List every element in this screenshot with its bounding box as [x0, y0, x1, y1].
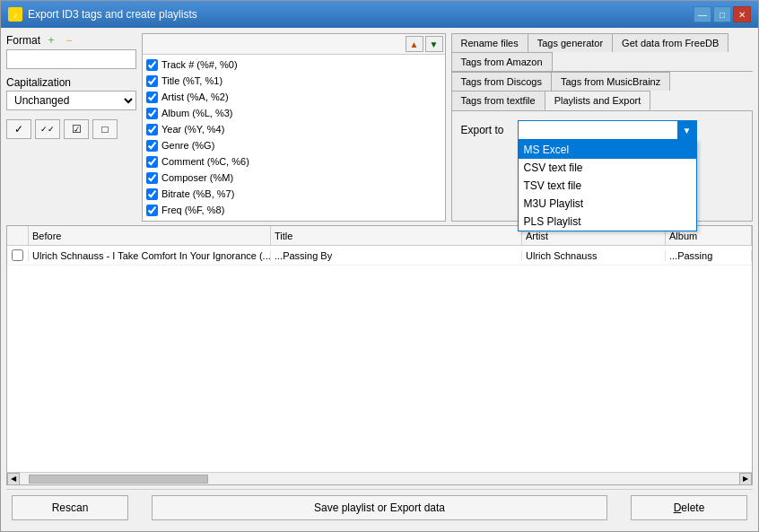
tabs-row-2: Tags from Discogs Tags from MusicBrainz …	[451, 72, 754, 111]
format-header: Format + −	[6, 33, 136, 48]
capitalization-section: Capitalization Unchanged All uppercase A…	[6, 76, 136, 110]
clear-button[interactable]: □	[92, 119, 118, 139]
scroll-track[interactable]	[20, 473, 739, 485]
maximize-button[interactable]: □	[713, 6, 731, 22]
field-checkbox-3[interactable]	[146, 108, 158, 119]
add-format-button[interactable]: +	[44, 33, 58, 48]
list-item: Year (%Y, %4)	[146, 121, 441, 137]
check-all-button[interactable]: ✓	[6, 119, 31, 139]
scroll-thumb[interactable]	[29, 475, 208, 484]
fields-panel: ▲ ▼ Track # (%#, %0) Title (%T, %1) Arti…	[142, 33, 446, 222]
tab-musicbrainz[interactable]: Tags from MusicBrainz	[551, 72, 670, 91]
save-export-button[interactable]: Save playlist or Export data	[152, 495, 607, 520]
dropdown-item-csv[interactable]: CSV text file	[519, 159, 696, 177]
window-title: Export ID3 tags and create playlists	[28, 8, 197, 21]
cell-artist-0: Ulrich Schnauss	[522, 250, 666, 261]
format-label: Format	[6, 34, 40, 47]
field-checkbox-10[interactable]	[146, 221, 158, 222]
rescan-button[interactable]: Rescan	[12, 495, 128, 520]
list-item: Comment (%C, %6)	[146, 153, 441, 170]
dropdown-item-tsv[interactable]: TSV text file	[519, 177, 696, 195]
list-item: Artist (%A, %2)	[146, 89, 441, 105]
list-item: Track # (%#, %0)	[146, 57, 441, 73]
field-checkbox-1[interactable]	[146, 75, 158, 87]
tabs-row-1: Rename files Tags generator Get data fro…	[451, 33, 754, 72]
list-item: Freq (%F, %8)	[146, 202, 441, 218]
tab-discogs[interactable]: Tags from Discogs	[451, 72, 552, 91]
field-label-3: Album (%L, %3)	[161, 108, 232, 118]
tab-rename-files[interactable]: Rename files	[451, 33, 528, 52]
field-checkbox-9[interactable]	[146, 205, 158, 216]
main-window: ♪ Export ID3 tags and create playlists —…	[0, 0, 759, 532]
table-col-title: Title	[271, 226, 522, 245]
list-item: Bitrate (%B, %7)	[146, 186, 441, 202]
field-checkbox-4[interactable]	[146, 124, 158, 135]
check-selected-button[interactable]: ✓✓	[35, 119, 60, 139]
export-row: Export to MS Excel ▼ MS Excel CSV text f…	[461, 120, 744, 140]
field-checkbox-5[interactable]	[146, 140, 158, 152]
left-panel: Format + − %A - %T Capitalization Unchan…	[6, 33, 136, 222]
dropdown-item-ms-excel[interactable]: MS Excel	[519, 141, 696, 159]
dropdown-item-m3u[interactable]: M3U Playlist	[519, 195, 696, 213]
tab-amazon[interactable]: Tags from Amazon	[451, 52, 553, 71]
field-label-4: Year (%Y, %4)	[161, 124, 224, 135]
tab-tags-generator[interactable]: Tags generator	[528, 33, 613, 52]
list-item: Duration (%D, %9)	[146, 218, 441, 221]
app-icon: ♪	[8, 7, 22, 22]
field-checkbox-8[interactable]	[146, 188, 158, 200]
dropdown-item-pls[interactable]: PLS Playlist	[519, 213, 696, 231]
cell-title-0: ...Passing By	[271, 250, 522, 261]
tab-playlists-export[interactable]: Playlists and Export	[545, 91, 651, 110]
data-table: Before Title Artist Album Ulrich Schnaus…	[6, 225, 753, 485]
field-checkbox-6[interactable]	[146, 156, 158, 168]
export-combo-arrow[interactable]: ▼	[677, 120, 697, 140]
field-label-1: Title (%T, %1)	[161, 75, 222, 86]
check-buttons-row: ✓ ✓✓ ☑ □	[6, 119, 136, 139]
table-col-before: Before	[29, 226, 271, 245]
export-combo-container: MS Excel ▼ MS Excel CSV text file TSV te…	[518, 120, 697, 140]
list-item: Album (%L, %3)	[146, 105, 441, 121]
tab-freedb[interactable]: Get data from FreeDB	[612, 33, 728, 52]
field-label-9: Freq (%F, %8)	[161, 205, 224, 215]
export-to-label: Export to	[461, 124, 510, 136]
horizontal-scrollbar[interactable]: ◀ ▶	[7, 472, 752, 484]
table-body: Ulrich Schnauss - I Take Comfort In Your…	[7, 246, 752, 472]
field-label-6: Comment (%C, %6)	[161, 156, 249, 167]
export-dropdown-list: MS Excel CSV text file TSV text file M3U…	[518, 140, 697, 231]
capitalization-label: Capitalization	[6, 76, 136, 89]
minimize-button[interactable]: —	[694, 6, 711, 22]
delete-button[interactable]: Delete	[631, 495, 747, 520]
field-checkbox-0[interactable]	[146, 59, 158, 71]
title-bar: ♪ Export ID3 tags and create playlists —…	[1, 1, 758, 28]
list-item: Title (%T, %1)	[146, 73, 441, 89]
table-row[interactable]: Ulrich Schnauss - I Take Comfort In Your…	[7, 246, 752, 266]
row-checkbox-0[interactable]	[12, 249, 23, 261]
bottom-bar: Rescan Save playlist or Export data Dele…	[6, 489, 753, 526]
field-label-0: Track # (%#, %0)	[161, 59, 238, 70]
field-label-7: Composer (%M)	[161, 172, 233, 183]
cell-before-0: Ulrich Schnauss - I Take Comfort In Your…	[29, 250, 271, 261]
capitalization-select[interactable]: Unchanged All uppercase All lowercase Fi…	[6, 91, 136, 110]
fields-toolbar: ▲ ▼	[143, 34, 445, 55]
remove-format-button[interactable]: −	[62, 33, 76, 48]
row-checkbox-cell	[7, 249, 29, 261]
title-bar-left: ♪ Export ID3 tags and create playlists	[8, 7, 197, 22]
tab-textfile[interactable]: Tags from textfile	[451, 91, 545, 110]
move-up-button[interactable]: ▲	[406, 36, 423, 52]
scroll-left-button[interactable]: ◀	[7, 473, 20, 485]
tab-content-export: Export to MS Excel ▼ MS Excel CSV text f…	[451, 111, 754, 222]
cell-album-0: ...Passing	[666, 250, 752, 261]
field-checkbox-2[interactable]	[146, 92, 158, 103]
field-label-2: Artist (%A, %2)	[161, 92, 229, 102]
move-down-button[interactable]: ▼	[425, 36, 443, 52]
close-button[interactable]: ✕	[733, 6, 751, 22]
scroll-right-button[interactable]: ▶	[739, 473, 752, 485]
format-input[interactable]: %A - %T	[6, 49, 136, 69]
field-label-5: Genre (%G)	[161, 140, 214, 151]
table-col-check-header	[7, 226, 29, 245]
field-checkbox-7[interactable]	[146, 172, 158, 184]
export-combo-input[interactable]: MS Excel	[518, 120, 697, 140]
fields-list: Track # (%#, %0) Title (%T, %1) Artist (…	[143, 55, 445, 221]
title-bar-controls: — □ ✕	[694, 6, 751, 22]
uncheck-all-button[interactable]: ☑	[64, 119, 89, 139]
